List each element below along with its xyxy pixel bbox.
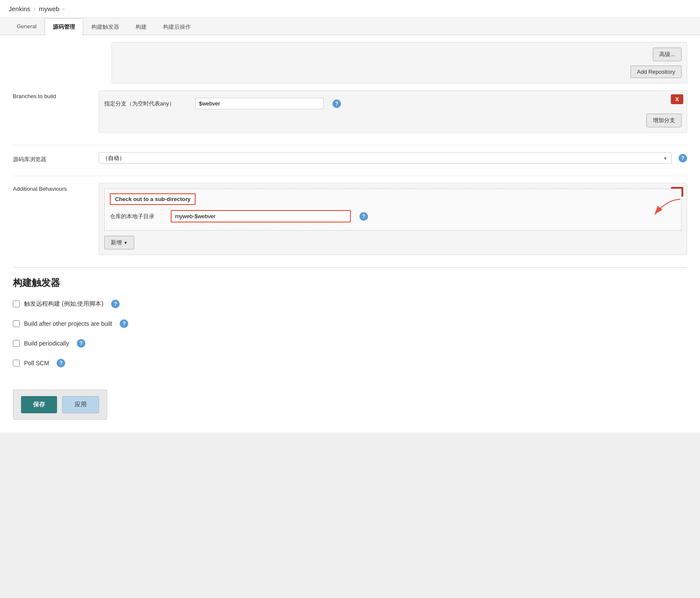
checkout-title: Check out to a sub-directory bbox=[110, 193, 196, 205]
tabs-bar: General 源码管理 构建触发器 构建 构建后操作 bbox=[0, 18, 700, 35]
source-browser-section: 源码库浏览器 （自动） ? bbox=[13, 145, 687, 176]
add-branch-button[interactable]: 增加分支 bbox=[646, 114, 682, 127]
trigger-item-periodically: Build periodically ? bbox=[13, 336, 687, 351]
build-triggers-title: 构建触发器 bbox=[13, 268, 687, 296]
advanced-button[interactable]: 高级... bbox=[653, 48, 682, 61]
trigger-after-other-label: Build after other projects are built bbox=[24, 320, 112, 327]
trigger-poll-scm-help[interactable]: ? bbox=[57, 359, 65, 367]
breadcrumb: Jenkins › myweb › bbox=[0, 0, 700, 18]
trigger-item-after-other: Build after other projects are built ? bbox=[13, 316, 687, 331]
trigger-item-remote: 触发远程构建 (例如,使用脚本) ? bbox=[13, 296, 687, 312]
myweb-link[interactable]: myweb bbox=[39, 5, 60, 12]
breadcrumb-sep-1: › bbox=[34, 6, 36, 12]
branches-x-button[interactable]: X bbox=[671, 94, 683, 104]
trigger-after-other-help[interactable]: ? bbox=[120, 319, 128, 328]
source-browser-select[interactable]: （自动） bbox=[99, 152, 672, 164]
source-browser-label: 源码库浏览器 bbox=[13, 153, 99, 163]
branch-input[interactable] bbox=[195, 98, 324, 109]
tab-scm[interactable]: 源码管理 bbox=[45, 18, 83, 35]
trigger-remote-checkbox[interactable] bbox=[13, 301, 20, 307]
trigger-poll-scm-label: Poll SCM bbox=[24, 360, 49, 367]
breadcrumb-sep-2: › bbox=[63, 6, 64, 12]
trigger-remote-label: 触发远程构建 (例如,使用脚本) bbox=[24, 300, 103, 308]
trigger-after-other-checkbox[interactable] bbox=[13, 320, 20, 327]
sub-dir-label: 仓库的本地子目录 bbox=[110, 213, 166, 220]
add-repository-button[interactable]: Add Repository bbox=[631, 66, 682, 78]
footer-bar: 保存 应用 bbox=[13, 390, 107, 420]
jenkins-link[interactable]: Jenkins bbox=[9, 5, 30, 12]
main-content: 高级... Add Repository Branches to build X… bbox=[0, 35, 700, 433]
source-browser-help-icon[interactable]: ? bbox=[679, 154, 687, 162]
tab-build[interactable]: 构建 bbox=[127, 18, 155, 35]
tab-post-build[interactable]: 构建后操作 bbox=[155, 18, 199, 35]
additional-behaviours-label: Additional Behaviours bbox=[13, 183, 99, 192]
sub-dir-help-icon[interactable]: ? bbox=[359, 212, 368, 221]
trigger-remote-help[interactable]: ? bbox=[111, 300, 120, 308]
additional-behaviours-section: Additional Behaviours X Check out to a s… bbox=[13, 176, 687, 267]
trigger-periodically-checkbox[interactable] bbox=[13, 340, 20, 347]
tab-triggers[interactable]: 构建触发器 bbox=[83, 18, 127, 35]
apply-button[interactable]: 应用 bbox=[62, 396, 99, 413]
trigger-periodically-help[interactable]: ? bbox=[77, 339, 85, 348]
trigger-item-poll-scm: Poll SCM ? bbox=[13, 355, 687, 371]
add-new-button[interactable]: 新增 ▼ bbox=[104, 236, 134, 249]
branch-help-icon[interactable]: ? bbox=[332, 99, 341, 108]
sub-dir-input[interactable] bbox=[171, 210, 351, 222]
tab-general[interactable]: General bbox=[9, 18, 45, 35]
branches-section: Branches to build X 指定分支（为空时代表any） ? 增加分… bbox=[13, 84, 687, 145]
trigger-poll-scm-checkbox[interactable] bbox=[13, 360, 20, 367]
arrow-annotation bbox=[646, 197, 689, 224]
build-triggers-section: 构建触发器 触发远程构建 (例如,使用脚本) ? Build after oth… bbox=[13, 267, 687, 371]
save-button[interactable]: 保存 bbox=[21, 396, 57, 413]
branches-label: Branches to build bbox=[13, 90, 99, 99]
branch-field-label: 指定分支（为空时代表any） bbox=[104, 100, 190, 108]
trigger-periodically-label: Build periodically bbox=[24, 340, 69, 347]
